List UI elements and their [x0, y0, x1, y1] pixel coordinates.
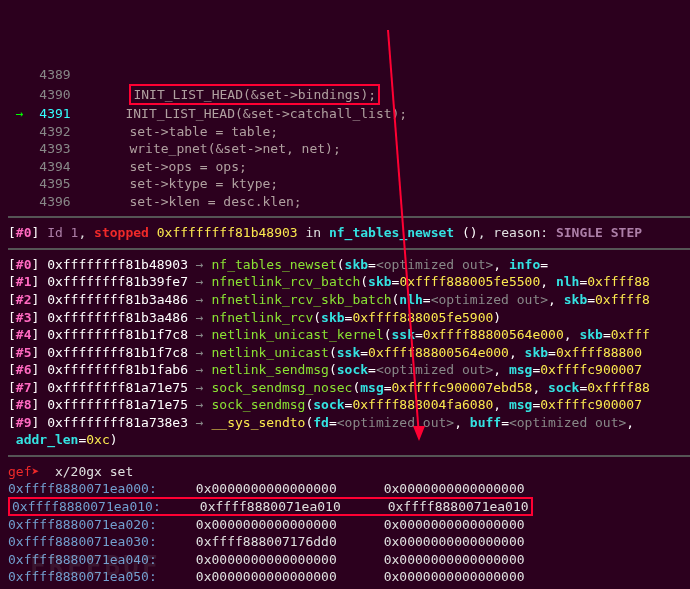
code-line: set->klen = desc.klen; [129, 194, 301, 209]
gef-command[interactable]: x/20gx set [55, 464, 133, 479]
memory-row: 0xffff8880071ea030: 0xffff888007176dd0 0… [8, 534, 525, 549]
separator [8, 216, 690, 218]
code-line: INIT_LIST_HEAD(&set->catchall_list); [125, 106, 407, 121]
code-line: write_pnet(&set->net, net); [129, 141, 340, 156]
separator [8, 455, 690, 457]
memory-row: 0xffff8880071ea000: 0x0000000000000000 0… [8, 481, 525, 496]
code-line: set->ops = ops; [129, 159, 246, 174]
memory-row: 0xffff8880071ea020: 0x0000000000000000 0… [8, 517, 525, 532]
separator [8, 248, 690, 250]
code-line: set->ktype = ktype; [129, 176, 278, 191]
memory-row: 0xffff8880071ea040: 0x0000000000000000 0… [8, 552, 525, 567]
code-line: set->table = table; [129, 124, 278, 139]
memory-row: 0xffff8880071ea050: 0x0000000000000000 0… [8, 569, 525, 584]
gef-prompt: gef➤ [8, 464, 39, 479]
highlighted-memory-row: 0xffff8880071ea010: 0xffff8880071ea010 0… [8, 497, 533, 516]
terminal-output: 4389 4390 INIT_LIST_HEAD(&set->bindings)… [0, 60, 690, 589]
highlighted-code: INIT_LIST_HEAD(&set->bindings); [129, 84, 380, 106]
